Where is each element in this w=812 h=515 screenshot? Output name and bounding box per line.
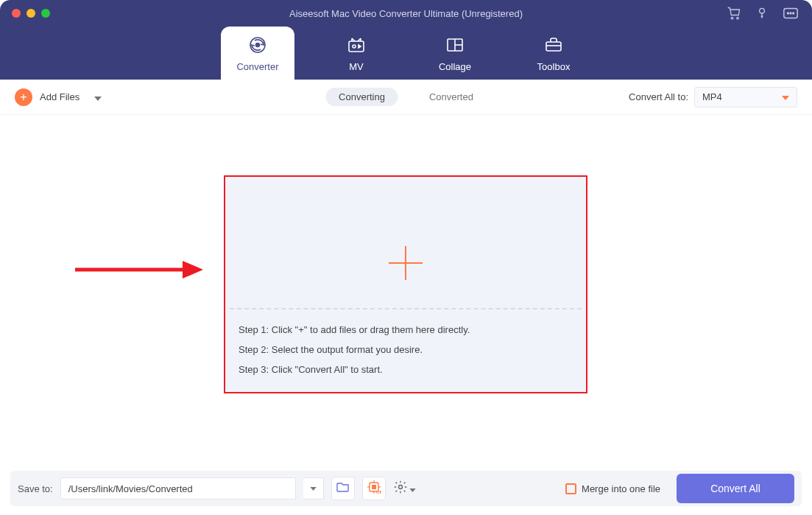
- chevron-down-icon: [782, 91, 789, 102]
- step-text: Step 3: Click "Convert All" to start.: [239, 364, 470, 375]
- main-content: Step 1: Click "+" to add files or drag t…: [0, 115, 812, 467]
- folder-icon: [336, 481, 350, 496]
- titlebar: Aiseesoft Mac Video Converter Ultimate (…: [0, 0, 812, 27]
- svg-point-0: [731, 17, 733, 18]
- merge-checkbox[interactable]: Merge into one file: [565, 483, 660, 494]
- checkbox-icon: [565, 483, 576, 494]
- converter-icon: [247, 35, 268, 55]
- gear-icon: [393, 480, 408, 497]
- main-tabs: Converter MV Collage Toolbox: [0, 27, 812, 80]
- open-folder-button[interactable]: [331, 477, 355, 500]
- step-text: Step 2: Select the output format you des…: [239, 344, 470, 355]
- close-window-button[interactable]: [12, 9, 21, 18]
- svg-point-8: [256, 43, 260, 46]
- toolbar: + Add Files Converting Converted Convert…: [0, 80, 812, 115]
- key-icon[interactable]: [755, 6, 769, 21]
- format-select[interactable]: MP4: [694, 87, 797, 108]
- convert-all-to: Convert All to: MP4: [629, 87, 797, 108]
- toolbox-icon: [543, 35, 564, 55]
- add-files-button[interactable]: + Add Files: [15, 88, 102, 106]
- tab-converter[interactable]: Converter: [221, 27, 294, 80]
- plus-icon: +: [15, 88, 32, 106]
- instruction-steps: Step 1: Click "+" to add files or drag t…: [239, 324, 470, 375]
- titlebar-actions: [727, 6, 812, 21]
- status-filter: Converting Converted: [325, 88, 487, 106]
- save-path-field[interactable]: /Users/link/Movies/Converted: [60, 477, 296, 500]
- svg-point-2: [760, 8, 765, 13]
- save-to-label: Save to:: [18, 483, 53, 494]
- tab-label: Toolbox: [537, 61, 571, 72]
- svg-marker-17: [183, 261, 203, 278]
- filter-converted[interactable]: Converted: [416, 88, 487, 106]
- svg-point-27: [398, 486, 402, 489]
- tab-label: Converter: [236, 61, 278, 72]
- merge-label: Merge into one file: [582, 483, 660, 494]
- svg-point-10: [353, 45, 356, 48]
- svg-point-6: [793, 13, 794, 14]
- minimize-window-button[interactable]: [27, 9, 35, 18]
- save-path-dropdown[interactable]: [303, 477, 324, 500]
- format-selected-value: MP4: [702, 91, 722, 102]
- mv-icon: [346, 35, 367, 55]
- convert-all-button[interactable]: Convert All: [677, 474, 794, 503]
- convert-all-label: Convert All: [710, 483, 760, 494]
- tab-label: Collage: [439, 61, 471, 72]
- add-files-label: Add Files: [40, 91, 80, 102]
- svg-point-5: [790, 13, 791, 14]
- settings-button[interactable]: [393, 477, 416, 500]
- app-window: Aiseesoft Mac Video Converter Ultimate (…: [0, 0, 812, 515]
- gpu-accel-button[interactable]: ON: [362, 477, 386, 500]
- svg-point-1: [737, 17, 739, 18]
- window-title: Aiseesoft Mac Video Converter Ultimate (…: [0, 8, 812, 19]
- tab-mv[interactable]: MV: [319, 27, 393, 80]
- chevron-down-icon: [409, 482, 416, 495]
- dropzone-divider: [230, 308, 582, 309]
- tab-toolbox[interactable]: Toolbox: [517, 27, 590, 80]
- collage-icon: [445, 35, 465, 55]
- drop-zone[interactable]: Step 1: Click "+" to add files or drag t…: [224, 175, 587, 393]
- tab-label: MV: [349, 61, 364, 72]
- zoom-window-button[interactable]: [41, 9, 50, 18]
- filter-converting[interactable]: Converting: [325, 88, 398, 106]
- svg-point-4: [787, 13, 788, 14]
- chip-icon: ON: [367, 480, 381, 497]
- menu-icon[interactable]: [783, 6, 799, 21]
- svg-text:ON: ON: [376, 490, 381, 494]
- save-path-value: /Users/link/Movies/Converted: [68, 483, 193, 494]
- svg-rect-14: [546, 42, 561, 51]
- step-text: Step 1: Click "+" to add files or drag t…: [239, 324, 470, 335]
- arrow-annotation: [72, 255, 205, 287]
- bottom-bar: Save to: /Users/link/Movies/Converted ON: [10, 471, 802, 506]
- cart-icon[interactable]: [727, 6, 741, 21]
- chevron-down-icon[interactable]: [94, 91, 102, 104]
- window-controls: [0, 9, 50, 18]
- convert-all-to-label: Convert All to:: [629, 91, 688, 102]
- svg-rect-21: [372, 485, 376, 489]
- tab-collage[interactable]: Collage: [418, 27, 492, 80]
- add-files-plus-icon[interactable]: [387, 245, 424, 284]
